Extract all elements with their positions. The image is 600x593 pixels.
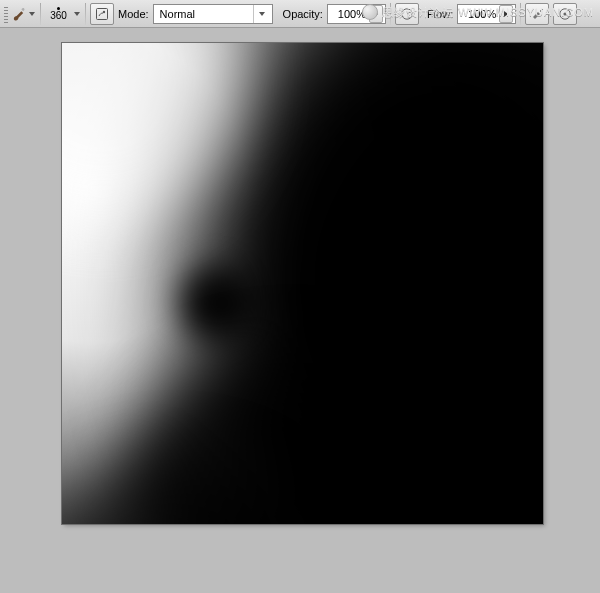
- svg-point-4: [542, 8, 543, 9]
- mode-label: Mode:: [118, 8, 149, 20]
- brush-panel-toggle[interactable]: [90, 3, 114, 25]
- chevron-down-icon: [29, 12, 35, 16]
- opacity-label: Opacity:: [283, 8, 323, 20]
- flow-flyout-button[interactable]: [499, 5, 513, 23]
- blend-mode-select[interactable]: Normal: [153, 4, 273, 24]
- svg-rect-0: [97, 8, 108, 19]
- blend-mode-value: Normal: [160, 8, 249, 20]
- svg-point-10: [169, 255, 265, 351]
- svg-point-6: [564, 12, 567, 15]
- opacity-flyout-button[interactable]: [369, 5, 383, 23]
- opacity-value: 100%: [334, 8, 366, 20]
- tablet-pressure-opacity[interactable]: [395, 3, 419, 25]
- document-canvas[interactable]: [62, 43, 543, 524]
- separator: [85, 3, 86, 25]
- airbrush-toggle[interactable]: [525, 3, 549, 25]
- toolbar-grip[interactable]: [4, 5, 8, 23]
- brush-card-icon: [95, 7, 109, 21]
- brush-tool-preset[interactable]: [10, 2, 36, 26]
- opacity-input[interactable]: 100%: [327, 4, 386, 24]
- flow-label: Flow:: [427, 8, 453, 20]
- chevron-down-icon: [259, 12, 265, 16]
- separator: [390, 3, 391, 25]
- chevron-down-icon: [74, 12, 80, 16]
- svg-point-3: [540, 10, 542, 12]
- flow-input[interactable]: 100%: [457, 4, 516, 24]
- separator: [40, 3, 41, 25]
- separator: [520, 3, 521, 25]
- brush-size-preset[interactable]: 360: [45, 2, 81, 26]
- brush-size-value: 360: [50, 11, 67, 21]
- canvas-artwork: [62, 43, 543, 524]
- flow-value: 100%: [464, 8, 496, 20]
- airbrush-icon: [530, 7, 544, 21]
- workspace: [0, 29, 600, 593]
- options-bar: 360 Mode: Normal Opacity: 100% Flow: 100…: [0, 0, 600, 28]
- tablet-pressure-size[interactable]: [553, 3, 577, 25]
- svg-point-1: [103, 10, 105, 12]
- pen-size-icon: [558, 7, 572, 21]
- pen-pressure-icon: [400, 7, 414, 21]
